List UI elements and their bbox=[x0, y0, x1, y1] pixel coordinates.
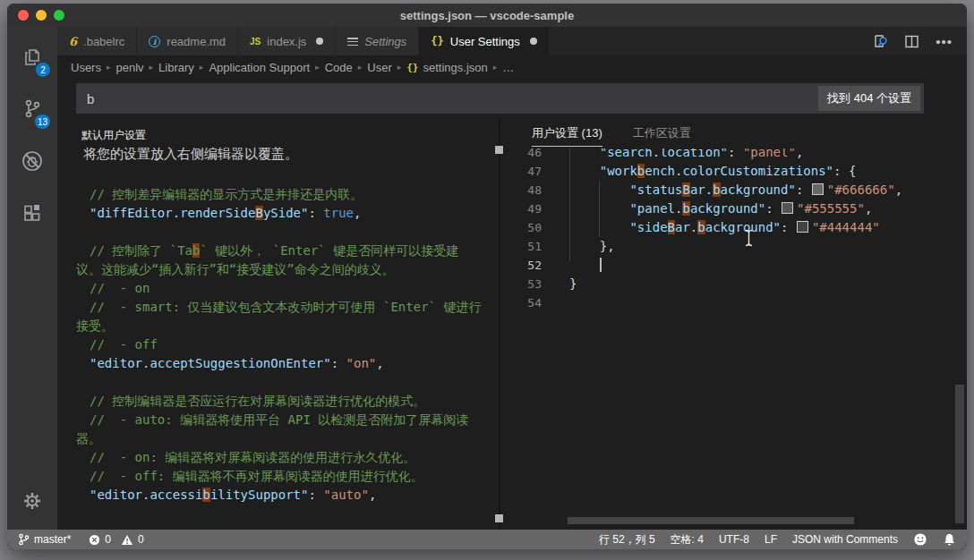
source-control-activity-button[interactable]: 13 bbox=[7, 88, 57, 131]
tab-user-settings[interactable]: {}User Settings bbox=[419, 27, 550, 55]
more-actions-icon[interactable]: ••• bbox=[936, 34, 953, 49]
scm-badge: 13 bbox=[35, 115, 50, 129]
default-settings-line: // - off bbox=[57, 335, 495, 354]
feedback-smiley-icon[interactable] bbox=[913, 532, 927, 547]
explorer-activity-button[interactable]: 2 bbox=[7, 36, 57, 79]
scope-tab-用户设置-13[interactable]: 用户设置 (13) bbox=[532, 120, 602, 147]
horizontal-scrollbar[interactable] bbox=[568, 517, 854, 524]
default-settings-code[interactable]: // 控制差异编辑器的显示方式是并排还是内联。"diffEditor.rende… bbox=[57, 185, 495, 505]
tab-babelrc[interactable]: 6.babelrc bbox=[57, 27, 137, 55]
warning-icon bbox=[121, 534, 133, 546]
breadcrumb-item-users[interactable]: Users bbox=[71, 61, 101, 74]
modified-dot bbox=[530, 38, 537, 45]
language-mode[interactable]: JSON with Comments bbox=[792, 533, 898, 546]
vertical-scrollbar[interactable] bbox=[955, 385, 964, 523]
breadcrumb-item-settings-json[interactable]: {}settings.json bbox=[406, 61, 488, 74]
line-number: 47 bbox=[500, 162, 542, 181]
line-number: 51 bbox=[500, 237, 542, 256]
git-branch-icon bbox=[18, 533, 30, 546]
cursor-position[interactable]: 行 52，列 5 bbox=[599, 532, 655, 547]
debug-activity-button[interactable] bbox=[7, 140, 57, 182]
gear-icon bbox=[21, 490, 43, 512]
default-settings-line: "editor.accessibilitySupport": "auto", bbox=[57, 486, 495, 505]
user-settings-code: 46 "search.location": "panel",47 "workbe… bbox=[500, 148, 954, 312]
git-branch-label: master* bbox=[34, 533, 71, 546]
user-settings-panel: 用户设置 (13)工作区设置 46 "search.location": "pa… bbox=[500, 118, 967, 530]
default-settings-panel: 默认用户设置 将您的设置放入右侧编辑器以覆盖。 // 控制差异编辑器的显示方式是… bbox=[57, 118, 499, 530]
tab-label: User Settings bbox=[450, 35, 520, 48]
git-branch-status[interactable]: master* bbox=[18, 533, 71, 546]
encoding-setting[interactable]: UTF-8 bbox=[719, 533, 749, 546]
default-settings-line: // 控制编辑器是否应运行在对屏幕阅读器进行优化的模式。 bbox=[57, 392, 495, 411]
code-text: "panel.background": "#555555", bbox=[542, 199, 872, 218]
warning-count: 0 bbox=[138, 533, 144, 546]
breadcrumb-separator: ▸ bbox=[397, 63, 402, 72]
debug-disabled-icon bbox=[20, 148, 45, 174]
braces-icon: {} bbox=[431, 35, 443, 47]
maximize-window-button[interactable] bbox=[54, 10, 64, 21]
scope-tab-工作区设置[interactable]: 工作区设置 bbox=[633, 120, 691, 146]
tab-label: .babelrc bbox=[83, 35, 124, 48]
eol-setting[interactable]: LF bbox=[765, 533, 777, 546]
code-text: "search.location": "panel", bbox=[542, 148, 803, 162]
problems-status[interactable]: 0 0 bbox=[89, 533, 143, 546]
breadcrumb-separator: ▸ bbox=[493, 63, 498, 72]
breadcrumb-separator: ▸ bbox=[107, 63, 111, 72]
editor-actions: ••• bbox=[872, 27, 967, 55]
settings-search-input[interactable]: b 找到 404 个设置 bbox=[76, 83, 924, 114]
tab-readme-md[interactable]: ireadme.md bbox=[137, 27, 238, 55]
code-text bbox=[542, 256, 602, 275]
default-settings-line: "diffEditor.renderSideBySide": true, bbox=[57, 204, 495, 223]
default-settings-line: // - off: 编辑器将不再对屏幕阅读器的使用进行优化。 bbox=[57, 467, 495, 486]
default-settings-line bbox=[57, 223, 495, 242]
open-settings-search-icon[interactable] bbox=[872, 33, 888, 49]
breadcrumb-item-library[interactable]: Library bbox=[158, 61, 194, 74]
split-editor-icon[interactable] bbox=[904, 34, 919, 49]
extensions-activity-button[interactable] bbox=[7, 193, 57, 236]
error-count: 0 bbox=[105, 533, 111, 546]
default-settings-line: // 控制差异编辑器的显示方式是并排还是内联。 bbox=[57, 185, 495, 204]
js-icon: JS bbox=[250, 37, 261, 47]
breadcrumb-separator: ▸ bbox=[358, 63, 363, 72]
default-settings-line: // - on bbox=[57, 279, 495, 298]
modified-dot bbox=[316, 38, 323, 45]
extensions-icon bbox=[21, 203, 44, 226]
breadcrumb-item-application-support[interactable]: Application Support bbox=[209, 61, 310, 74]
color-swatch bbox=[782, 202, 793, 214]
search-query-text: b bbox=[87, 91, 94, 106]
sash-handle-bottom[interactable] bbox=[495, 514, 503, 522]
breadcrumb-separator: ▸ bbox=[150, 63, 154, 72]
breadcrumb-item-user[interactable]: User bbox=[367, 61, 391, 74]
breadcrumb-item-[interactable]: … bbox=[502, 61, 514, 74]
tab-bar: 6.babelrcireadme.mdJSindex.jsSettings{}U… bbox=[57, 27, 967, 55]
code-text bbox=[542, 293, 569, 312]
mouse-ibeam-cursor bbox=[744, 229, 754, 247]
notifications-bell-icon[interactable] bbox=[943, 532, 956, 547]
code-line: 47 "workbench.colorCustomizations": { bbox=[500, 162, 954, 181]
close-window-button[interactable] bbox=[18, 10, 29, 21]
breadcrumb-item-penlv[interactable]: penlv bbox=[115, 61, 143, 74]
breadcrumb: Users▸penlv▸Library▸Application Support▸… bbox=[57, 55, 967, 79]
tab-strip: 6.babelrcireadme.mdJSindex.jsSettings{}U… bbox=[57, 27, 550, 55]
user-settings-editor[interactable]: 46 "search.location": "panel",47 "workbe… bbox=[500, 148, 954, 517]
minimize-window-button[interactable] bbox=[36, 10, 47, 21]
info-icon: i bbox=[149, 36, 160, 47]
code-line: 52 bbox=[500, 256, 954, 275]
sash-handle-top[interactable] bbox=[495, 146, 503, 154]
line-number: 48 bbox=[500, 181, 542, 199]
manage-button[interactable] bbox=[7, 479, 57, 522]
title-bar: settings.json — vscode-sample bbox=[7, 4, 967, 27]
traffic-lights bbox=[18, 10, 64, 21]
color-swatch bbox=[812, 183, 824, 195]
default-settings-line: // - auto: 编辑器将使用平台 API 以检测是否附加了屏幕阅读 bbox=[57, 411, 495, 429]
tab-index-js[interactable]: JSindex.js bbox=[238, 27, 336, 55]
breadcrumb-item-code[interactable]: Code bbox=[325, 61, 353, 74]
code-text: "sideBar.background": "#444444" bbox=[542, 218, 880, 237]
list-icon bbox=[347, 38, 358, 46]
tab-label: index.js bbox=[267, 35, 306, 48]
indentation-setting[interactable]: 空格: 4 bbox=[671, 532, 704, 547]
code-line: 51 }, bbox=[500, 237, 954, 256]
tab-label: readme.md bbox=[167, 35, 226, 48]
default-settings-line bbox=[57, 373, 495, 392]
tab-settings[interactable]: Settings bbox=[336, 27, 419, 55]
